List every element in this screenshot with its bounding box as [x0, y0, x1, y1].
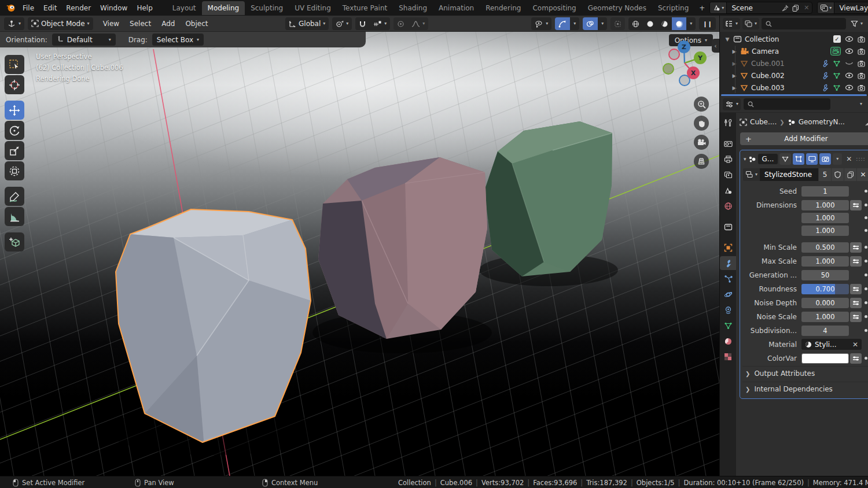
input-attribute-toggle[interactable] [850, 353, 862, 364]
pause-render-button[interactable]: ❙❙ [699, 17, 716, 30]
menu-select[interactable]: Select [124, 20, 156, 28]
disclosure-triangle-icon[interactable]: ▶ [731, 73, 737, 79]
toggle-render-display[interactable] [819, 153, 831, 165]
subpanel-output-attributes[interactable]: ❯ Output Attributes [742, 366, 868, 380]
menu-edit[interactable]: Edit [39, 2, 61, 14]
modifier-name-field[interactable]: G... [758, 154, 778, 164]
menu-object[interactable]: Object [180, 20, 213, 28]
overlays-toggle[interactable] [583, 17, 598, 30]
object-name[interactable]: Cube.002 [751, 72, 785, 80]
animate-dot[interactable] [862, 204, 868, 206]
ortho-toggle-button[interactable] [694, 154, 709, 169]
eye-closed-icon[interactable] [845, 60, 854, 66]
checkbox-checked-icon[interactable]: ✓ [833, 35, 841, 43]
transform-orientation-dropdown[interactable]: Global ▾ [285, 17, 329, 30]
breadcrumb-node-group[interactable]: GeometryN... [799, 118, 845, 126]
render-camera-icon[interactable] [858, 60, 865, 67]
proportional-editing-toggle[interactable] [393, 17, 408, 30]
tab-material[interactable] [720, 334, 736, 348]
tool-select-box[interactable] [5, 55, 24, 74]
toggle-realtime-display[interactable] [806, 153, 818, 165]
snap-toggle[interactable] [355, 17, 370, 30]
dimensions-x-input[interactable]: 1.000 [801, 200, 849, 210]
shading-material-button[interactable] [657, 17, 672, 30]
dimensions-z-input[interactable]: 1.000 [801, 225, 849, 236]
proportional-falloff-dropdown[interactable]: ▾ [408, 17, 428, 30]
input-attribute-toggle[interactable] [850, 242, 862, 253]
blender-logo-icon[interactable] [6, 3, 16, 13]
shading-wireframe-button[interactable] [628, 17, 643, 30]
menu-help[interactable]: Help [132, 2, 157, 14]
zoom-button[interactable] [694, 97, 709, 112]
modifier-wrench-icon[interactable] [821, 84, 829, 91]
outliner-editor-type-button[interactable]: ▾ [723, 18, 740, 29]
properties-search-input[interactable] [744, 98, 830, 110]
outliner-row-cube-002[interactable]: ▶ Cube.002 [720, 69, 868, 82]
tab-view-layer[interactable] [720, 168, 736, 182]
axis-neg-x-handle[interactable] [669, 49, 679, 60]
disclosure-triangle-icon[interactable]: ▼ [724, 36, 730, 42]
orientation-dropdown[interactable]: Default ▾ [52, 34, 116, 46]
tab-scene[interactable] [720, 183, 736, 197]
object-name[interactable]: Camera [752, 47, 779, 56]
dimensions-y-input[interactable]: 1.000 [801, 213, 849, 223]
input-attribute-toggle[interactable] [850, 200, 862, 210]
tool-rotate[interactable] [5, 121, 24, 140]
browse-node-group-button[interactable]: ▾ [743, 168, 760, 181]
tab-output[interactable] [720, 152, 736, 166]
render-camera-icon[interactable] [858, 84, 865, 91]
outliner-row-cube-003[interactable]: ▶ Cube.003 [720, 82, 868, 94]
animate-dot[interactable] [862, 229, 868, 232]
shading-rendered-button[interactable] [672, 17, 686, 30]
fake-user-shield-button[interactable] [832, 168, 844, 181]
tab-modifiers[interactable] [720, 256, 736, 270]
tab-geometry-nodes[interactable]: Geometry Nodes [582, 1, 652, 15]
sidebar-toggle[interactable]: ‹ [712, 39, 719, 53]
pan-button[interactable] [694, 116, 709, 131]
stone-gray-selected[interactable] [116, 209, 311, 442]
tab-animation[interactable]: Animation [433, 1, 480, 15]
tab-sculpting[interactable]: Sculpting [245, 1, 289, 15]
menu-file[interactable]: File [18, 2, 39, 14]
animate-dot[interactable] [862, 315, 868, 318]
input-attribute-toggle[interactable] [850, 312, 862, 322]
input-attribute-toggle[interactable] [850, 298, 862, 308]
tab-texture[interactable] [720, 350, 736, 364]
animate-dot[interactable] [862, 329, 868, 332]
input-attribute-toggle[interactable] [850, 256, 862, 267]
modifier-extras-dropdown[interactable]: ▾ [833, 153, 842, 165]
geometry-nodes-icon[interactable] [833, 84, 841, 91]
outliner-search-input[interactable] [762, 18, 846, 29]
tool-measure[interactable] [5, 207, 24, 226]
animate-dot[interactable] [862, 287, 868, 290]
roundness-slider[interactable]: 0.700 [801, 284, 849, 294]
scene-browse-button[interactable]: ▾ [710, 2, 727, 13]
pivot-point-dropdown[interactable]: ▾ [332, 17, 352, 30]
properties-options-dropdown[interactable]: ▾ [857, 98, 865, 110]
subpanel-internal-dependencies[interactable]: ❯ Internal Dependencies [742, 382, 868, 396]
tool-3d-cursor[interactable] [5, 75, 24, 94]
tab-compositing[interactable]: Compositing [527, 1, 582, 15]
disclosure-triangle-icon[interactable]: ▶ [731, 49, 737, 54]
copy-node-group-button[interactable] [844, 168, 856, 181]
tab-layout[interactable]: Layout [167, 1, 202, 15]
toggle-edit-mode-display[interactable] [779, 153, 791, 165]
tool-annotate[interactable] [5, 187, 24, 206]
tab-modeling[interactable]: Modeling [202, 1, 245, 15]
properties-editor-type-button[interactable]: ▾ [723, 98, 741, 110]
gizmos-toggle[interactable] [555, 17, 570, 30]
tool-add-cube[interactable] [5, 232, 24, 252]
stone-mauve[interactable] [318, 157, 487, 339]
navigation-gizmo[interactable]: Z Y X [657, 34, 712, 90]
outliner-filter-button[interactable]: ▾ [848, 18, 865, 29]
modifier-wrench-icon[interactable] [821, 60, 829, 67]
eye-open-icon[interactable] [845, 72, 854, 79]
menu-window[interactable]: Window [95, 2, 132, 14]
modifier-wrench-icon[interactable] [821, 72, 829, 79]
gizmos-dropdown[interactable]: ▾ [570, 17, 579, 30]
tab-object-data[interactable] [720, 319, 736, 332]
mode-dropdown[interactable]: Object Mode ▾ [28, 17, 93, 30]
menu-render[interactable]: Render [61, 2, 95, 14]
input-attribute-toggle[interactable] [850, 284, 862, 294]
animate-dot[interactable] [862, 260, 868, 263]
